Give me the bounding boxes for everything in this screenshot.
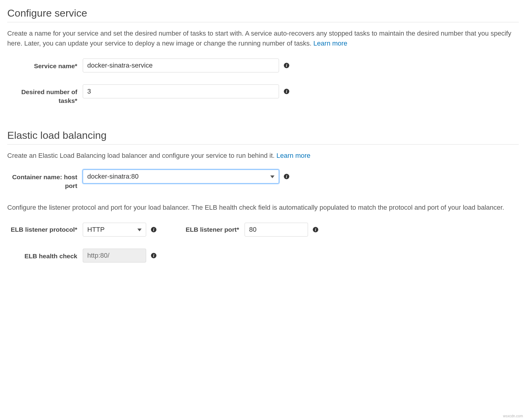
listener-description: Configure the listener protocol and port… <box>7 202 519 212</box>
service-name-input[interactable] <box>83 59 279 72</box>
container-host-port-label: Container name: host port <box>7 170 83 190</box>
info-icon[interactable]: i <box>150 226 157 233</box>
info-icon[interactable]: i <box>283 173 290 180</box>
service-name-label: Service name* <box>7 59 83 70</box>
info-icon[interactable]: i <box>312 226 319 233</box>
svg-text:i: i <box>315 228 316 232</box>
elb-listener-protocol-select[interactable]: HTTP <box>83 223 146 237</box>
svg-text:i: i <box>286 174 287 179</box>
svg-text:i: i <box>153 228 154 232</box>
section-title-elb: Elastic load balancing <box>7 129 519 141</box>
svg-text:i: i <box>286 63 287 68</box>
elb-listener-port-input[interactable] <box>245 223 308 237</box>
desired-tasks-label: Desired number of tasks* <box>7 84 83 105</box>
section-title-configure-service: Configure service <box>7 7 519 19</box>
svg-text:i: i <box>286 89 287 94</box>
elb-health-check-label: ELB health check <box>7 249 83 260</box>
configure-service-description-text: Create a name for your service and set t… <box>7 30 511 47</box>
desired-tasks-input[interactable] <box>83 84 279 98</box>
configure-service-description: Create a name for your service and set t… <box>7 28 519 48</box>
info-icon[interactable]: i <box>150 252 157 259</box>
divider <box>7 22 519 22</box>
elb-description: Create an Elastic Load Balancing load ba… <box>7 151 519 161</box>
elb-listener-port-label: ELB listener port* <box>175 225 245 234</box>
elb-health-check-input <box>83 249 146 262</box>
learn-more-link[interactable]: Learn more <box>313 40 348 47</box>
info-icon[interactable]: i <box>283 88 290 95</box>
elb-description-text: Create an Elastic Load Balancing load ba… <box>7 152 277 159</box>
learn-more-link-elb[interactable]: Learn more <box>277 152 311 159</box>
info-icon[interactable]: i <box>283 62 290 69</box>
divider <box>7 144 519 145</box>
svg-text:i: i <box>153 253 154 258</box>
elb-listener-protocol-label: ELB listener protocol* <box>7 225 83 234</box>
container-host-port-select[interactable]: docker-sinatra:80 <box>83 170 279 183</box>
